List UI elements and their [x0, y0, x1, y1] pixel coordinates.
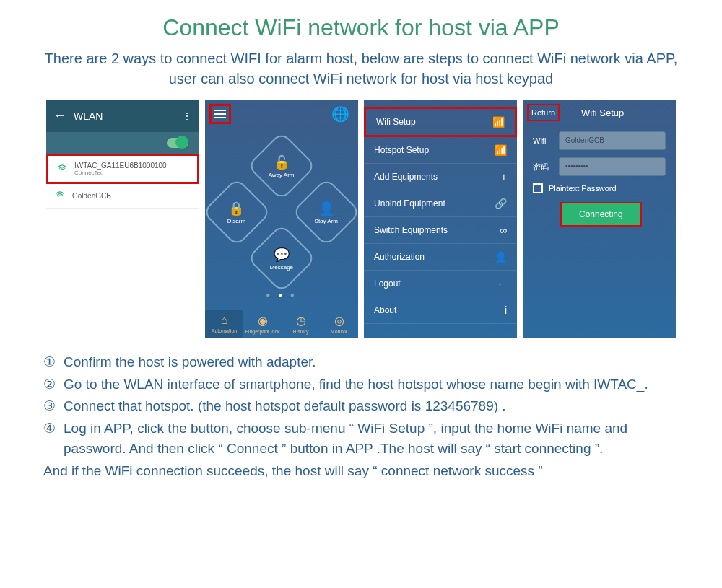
wifi-icon: 📶	[492, 116, 505, 128]
disarm-button[interactable]: 🔒Disarm	[205, 177, 271, 247]
wifi-setup-title: Wifi Setup	[581, 107, 624, 118]
step-number: ④	[43, 418, 64, 460]
menu-add-equipments[interactable]: Add Equipments+	[364, 164, 517, 190]
password-input[interactable]: •••••••••	[559, 157, 666, 176]
wifi-icon	[57, 163, 67, 175]
instructions: ①Confirm the host is powered with adapte…	[43, 348, 679, 485]
menu-authorization[interactable]: Authorization👤	[364, 244, 517, 271]
wifi-ssid: IWTAC_GA11EU6B1000100	[74, 162, 167, 170]
menu-about[interactable]: Abouti	[364, 297, 517, 324]
screen-wifi-setup: Return Wifi Setup Wifi GoldenGCB 密码 ••••…	[523, 100, 676, 338]
wifi-input[interactable]: GoldenGCB	[559, 131, 666, 150]
wifi-label: Wifi	[533, 136, 553, 145]
message-icon: 💬	[270, 247, 293, 263]
menu-logout[interactable]: Logout←	[364, 271, 517, 297]
wlan-header: ← WLAN ⋮	[46, 100, 199, 132]
message-button[interactable]: 💬Message	[247, 224, 316, 293]
back-icon[interactable]: ←	[53, 108, 66, 123]
screen-menu: Wifi Setup📶 Hotspot Setup📶 Add Equipment…	[364, 100, 517, 338]
menu-unbind-equipment[interactable]: Unbind Equipment🔗	[364, 190, 517, 217]
person-icon: 👤	[315, 200, 338, 216]
wifi-item-selected[interactable]: IWTAC_GA11EU6B1000100 ConnecTed	[46, 154, 199, 184]
plaintext-checkbox-row[interactable]: Plaintext Password	[533, 183, 666, 193]
arrow-left-icon: ←	[497, 278, 507, 289]
link-icon: 🔗	[495, 198, 507, 209]
switch-icon: ∞	[500, 224, 507, 236]
info-icon: i	[505, 304, 507, 316]
wifi-item[interactable]: GoldenGCB	[46, 184, 199, 209]
step-text: Confirm the host is powered with adapter…	[64, 352, 679, 373]
camera-icon: ◎	[320, 314, 358, 328]
page-subtitle: There are 2 ways to connect WIFI for ala…	[43, 48, 679, 89]
menu-switch-equipments[interactable]: Switch Equipments∞	[364, 217, 517, 244]
return-button[interactable]: Return	[527, 104, 560, 121]
plus-icon: +	[501, 171, 507, 183]
step-number: ②	[43, 374, 64, 395]
wifi-ssid: GoldenGCB	[72, 192, 111, 200]
screen-app-home: 🌐 🔓Away Arm 🔒Disarm 👤Stay Arm 💬Message ●…	[205, 100, 358, 338]
step-text: Go to the WLAN interface of smartphone, …	[64, 374, 679, 395]
wlan-title: WLAN	[74, 110, 103, 122]
screen-wlan: ← WLAN ⋮ IWTAC_GA11EU6B1000100 ConnecTed	[46, 100, 199, 338]
wifi-icon	[55, 190, 65, 202]
wifi-icon: 📶	[495, 144, 507, 156]
wifi-status: ConnecTed	[74, 170, 167, 176]
page-indicator: ● ● ●	[205, 291, 358, 299]
lock-icon: 🔓	[269, 154, 295, 170]
screenshots-row: ← WLAN ⋮ IWTAC_GA11EU6B1000100 ConnecTed	[43, 100, 679, 338]
menu-hotspot-setup[interactable]: Hotspot Setup📶	[364, 137, 517, 164]
stay-arm-button[interactable]: 👤Stay Arm	[292, 177, 358, 247]
page-title: Connect WiFi network for host via APP	[43, 14, 679, 41]
globe-icon[interactable]: 🌐	[331, 105, 354, 123]
hamburger-menu-icon[interactable]	[209, 104, 231, 124]
step-text: Connect that hotspot. (the host hotspot …	[64, 396, 679, 417]
menu-dots-icon[interactable]: ⋮	[182, 110, 192, 122]
fingerprint-icon: ◉	[243, 314, 282, 328]
nav-history[interactable]: ◷History	[282, 310, 320, 338]
nav-automation[interactable]: ⌂Automation	[205, 310, 243, 338]
step-text: Log in APP, click the button, choose sub…	[64, 418, 679, 460]
final-note: And if the WiFi connection succeeds, the…	[43, 461, 679, 482]
user-icon: 👤	[495, 251, 507, 263]
menu-wifi-setup[interactable]: Wifi Setup📶	[364, 107, 517, 137]
wifi-toggle[interactable]	[167, 138, 188, 148]
lock-icon: 🔒	[227, 201, 245, 216]
connecting-button[interactable]: Connecting	[560, 202, 642, 227]
nav-fingerprint[interactable]: ◉Fingerprint lock	[243, 310, 282, 338]
checkbox-icon	[533, 183, 543, 193]
nav-monitor[interactable]: ◎Monitor	[320, 310, 358, 338]
password-label: 密码	[533, 162, 553, 172]
away-arm-button[interactable]: 🔓Away Arm	[247, 131, 316, 201]
step-number: ③	[43, 396, 64, 417]
home-icon: ⌂	[205, 314, 243, 327]
clock-icon: ◷	[282, 314, 320, 328]
wifi-toggle-row	[46, 132, 199, 154]
step-number: ①	[43, 352, 64, 373]
